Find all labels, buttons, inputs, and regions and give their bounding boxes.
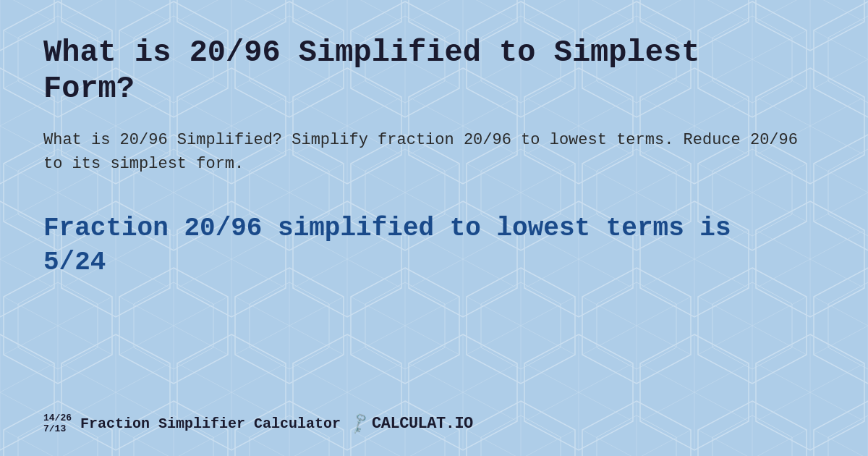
page-content: What is 20/96 Simplified to Simplest For…	[0, 0, 868, 456]
description-text: What is 20/96 Simplified? Simplify fract…	[43, 128, 803, 176]
calculat-logo-text: CALCULAT.IO	[372, 415, 473, 433]
calculat-logo: 🗝️ CALCULAT.IO	[349, 414, 473, 434]
footer-brand: Fraction Simplifier Calculator	[80, 415, 341, 432]
main-content: What is 20/96 Simplified to Simplest For…	[43, 35, 825, 406]
footer: 14/26 7/13 Fraction Simplifier Calculato…	[43, 406, 825, 434]
key-icon: 🗝️	[346, 410, 373, 437]
result-section: Fraction 20/96 simplified to lowest term…	[43, 212, 825, 280]
footer-fractions: 14/26 7/13	[43, 413, 72, 434]
result-text: Fraction 20/96 simplified to lowest term…	[43, 212, 803, 280]
page-title: What is 20/96 Simplified to Simplest For…	[43, 35, 803, 108]
footer-fraction-top: 14/26	[43, 413, 72, 423]
footer-fraction-bottom: 7/13	[43, 424, 72, 434]
footer-brand-label: Fraction Simplifier Calculator	[80, 415, 341, 432]
